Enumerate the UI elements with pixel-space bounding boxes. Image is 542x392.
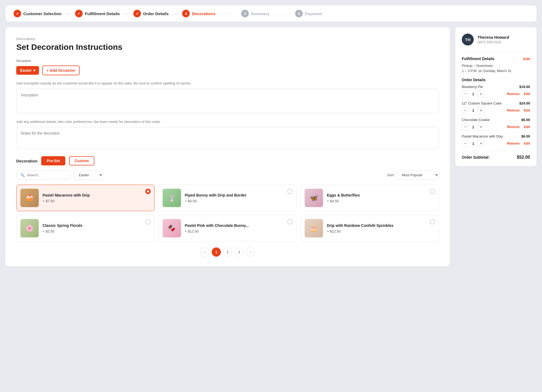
step-label-payment: Payment	[305, 11, 322, 16]
decoration-price: + $4.50	[185, 199, 293, 203]
decoration-price: + $12.50	[327, 229, 435, 233]
quantity-controls: − 1 +	[462, 107, 485, 114]
notes-textarea[interactable]	[16, 127, 439, 149]
edit-item-link[interactable]: Edit	[524, 109, 530, 112]
remove-item-link[interactable]: Remove	[507, 92, 520, 96]
inscription-textarea[interactable]	[16, 89, 439, 113]
decoration-radio	[145, 189, 151, 194]
order-item-row: Blueberry Pie $16.00	[462, 85, 530, 89]
subtotal-value: $52.00	[517, 155, 530, 160]
quantity-decrement[interactable]: −	[462, 140, 469, 147]
sort-label: Sort:	[387, 173, 395, 177]
occasion-filter-select[interactable]: Easter Christmas Birthday	[74, 170, 103, 180]
decoration-card[interactable]: 🦋 Eggs & Butterflies + $4.50	[301, 185, 439, 211]
quantity-increment[interactable]: +	[478, 123, 485, 130]
decoration-radio	[430, 219, 435, 224]
decoration-card[interactable]: 🍰 Pastel Macarons with Drip + $7.50	[16, 185, 155, 211]
decoration-price: + $2.50	[43, 229, 151, 233]
add-occasion-button[interactable]: + Add Occasion	[42, 66, 80, 75]
subtotal-label: Order Subtotal:	[462, 155, 490, 159]
quantity-controls: − 1 +	[462, 123, 485, 130]
pagination-next[interactable]: ›	[246, 247, 255, 257]
remove-item-link[interactable]: Remove	[507, 109, 520, 112]
step-label-customer: Customer Selection	[23, 11, 62, 16]
step-nav: Customer Selection — Fulfillment Details…	[5, 5, 537, 22]
decoration-card[interactable]: 🍫 Pastel Pink with Chocolate Bunny... + …	[159, 215, 297, 241]
decoration-info: Pastel Macarons with Drip + $7.50	[43, 193, 151, 203]
separator-5: · · · · ·	[274, 11, 291, 17]
step-payment[interactable]: 6 Payment	[295, 10, 322, 17]
customer-name: Theresa Howard	[478, 35, 509, 40]
edit-item-link[interactable]: Edit	[524, 125, 530, 129]
edit-item-link[interactable]: Edit	[524, 92, 530, 96]
separator-3: —	[173, 11, 178, 17]
decoration-section-title: Decoration	[16, 159, 37, 163]
step-customer-selection[interactable]: Customer Selection	[14, 10, 62, 17]
decoration-grid: 🍰 Pastel Macarons with Drip + $7.50 🐰 Pi…	[16, 185, 439, 241]
separator-1: —	[66, 11, 71, 17]
quantity-decrement[interactable]: −	[462, 123, 469, 130]
decoration-info: Classic Spring Florals + $2.50	[43, 223, 151, 233]
order-item-name: Blueberry Pie	[462, 85, 483, 89]
fulfillment-edit-link[interactable]: Edit	[523, 57, 530, 61]
search-icon: 🔍	[20, 173, 25, 177]
pagination: ‹ 1 2 3 ›	[16, 247, 439, 257]
order-header: Order Details	[462, 78, 530, 82]
remove-item-link[interactable]: Remove	[507, 142, 520, 145]
step-label-decorations: Decorations	[192, 11, 215, 16]
order-item-controls-row: − 1 + Remove Edit	[462, 140, 530, 147]
chevron-down-icon: ▾	[33, 68, 35, 73]
quantity-increment[interactable]: +	[478, 90, 485, 97]
quantity-increment[interactable]: +	[478, 107, 485, 114]
quantity-value: 1	[470, 92, 476, 96]
decoration-name: Pastel Pink with Chocolate Bunny...	[185, 223, 293, 228]
step-icon-fulfillment	[75, 10, 83, 17]
tab-custom[interactable]: Custom	[69, 156, 94, 165]
sort-select[interactable]: Most Popular Price: Low to High Price: H…	[397, 170, 439, 180]
right-panel: TH Theresa Howard (907) 555-0101 Fulfill…	[455, 27, 537, 166]
item-actions: Remove Edit	[507, 125, 530, 129]
section-label: Decorations	[16, 37, 439, 41]
edit-item-link[interactable]: Edit	[524, 142, 530, 145]
decoration-card[interactable]: 🐰 Piped Bunny with Drip and Border + $4.…	[159, 185, 297, 211]
decoration-header: Decoration Pre-Set Custom	[16, 156, 439, 165]
occasion-selected-button[interactable]: Easter ▾	[16, 66, 39, 75]
decoration-radio	[430, 189, 435, 194]
quantity-value: 1	[470, 142, 476, 146]
step-decorations[interactable]: 4 Decorations	[182, 10, 215, 17]
step-label-fulfillment: Fulfillment Details	[85, 11, 120, 16]
pagination-page-3[interactable]: 3	[234, 247, 244, 257]
tab-preset[interactable]: Pre-Set	[41, 156, 65, 165]
decoration-card[interactable]: 🌸 Classic Spring Florals + $2.50	[16, 215, 155, 241]
step-order-details[interactable]: Order Details	[133, 10, 169, 17]
order-item-price: $16.00	[519, 85, 530, 89]
step-icon-decorations: 4	[182, 10, 190, 17]
decoration-image: 🌸	[20, 219, 39, 237]
quantity-increment[interactable]: +	[478, 140, 485, 147]
quantity-decrement[interactable]: −	[462, 90, 469, 97]
order-item-price: $24.00	[519, 101, 530, 105]
order-items: Blueberry Pie $16.00 − 1 + Remove Edit 1…	[462, 85, 530, 147]
decoration-card[interactable]: 🎂 Drip with Rainbow Confetti Sprinkles +…	[301, 215, 439, 241]
quantity-decrement[interactable]: −	[462, 107, 469, 114]
step-summary[interactable]: 5 Summary	[241, 10, 269, 17]
order-item-row: Pastel Macarons with Drip $6.00	[462, 134, 530, 138]
separator-2: —	[124, 11, 129, 17]
decoration-radio	[145, 219, 151, 224]
page-title: Set Decoration Instructions	[16, 43, 439, 52]
customer-phone: (907) 555-0101	[478, 40, 509, 44]
step-label-summary: Summary	[251, 11, 269, 16]
pagination-page-1[interactable]: 1	[212, 247, 221, 257]
pagination-page-2[interactable]: 2	[223, 247, 232, 257]
search-box[interactable]: 🔍	[16, 171, 70, 179]
fulfillment-line2: 1 – 3 P.M. on Sunday, March 31	[462, 69, 530, 73]
remove-item-link[interactable]: Remove	[507, 125, 520, 129]
decoration-name: Piped Bunny with Drip and Border	[185, 193, 293, 198]
decoration-image: 🎂	[305, 219, 323, 237]
fulfillment-line1: Pickup – Downtown	[462, 64, 530, 68]
search-input[interactable]	[27, 173, 66, 177]
quantity-value: 1	[470, 125, 476, 129]
quantity-controls: − 1 +	[462, 140, 485, 147]
pagination-prev[interactable]: ‹	[200, 247, 209, 257]
step-fulfillment[interactable]: Fulfillment Details	[75, 10, 120, 17]
